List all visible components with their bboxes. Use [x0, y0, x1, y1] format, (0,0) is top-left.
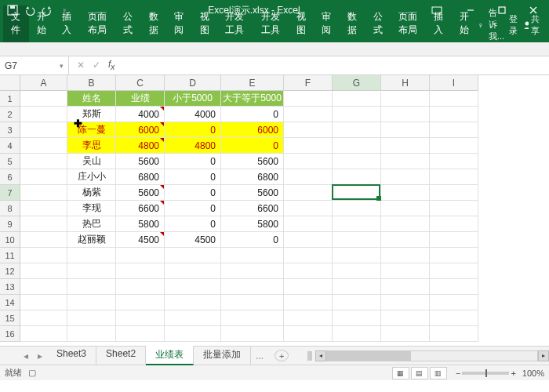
share-button[interactable]: 共享 — [522, 13, 543, 37]
tell-me-icon[interactable]: ♀ — [478, 20, 484, 30]
cell[interactable] — [430, 279, 478, 295]
cell[interactable]: 5800 — [116, 216, 165, 232]
cell[interactable] — [333, 138, 381, 154]
cell[interactable]: 0 — [165, 122, 221, 138]
row-header[interactable]: 9 — [0, 216, 20, 232]
sheet-tab[interactable]: Sheet3 — [47, 346, 96, 365]
cell[interactable] — [430, 216, 478, 232]
select-all-corner[interactable] — [0, 75, 20, 91]
qat-dropdown-icon[interactable]: ▾ — [58, 4, 71, 16]
sheet-nav-next[interactable]: ▸ — [33, 350, 47, 361]
cell[interactable] — [20, 201, 67, 216]
cell[interactable] — [430, 154, 478, 169]
cell[interactable] — [165, 326, 221, 342]
cell[interactable]: 6800 — [221, 169, 284, 185]
cell[interactable] — [381, 154, 430, 169]
comment-indicator-icon[interactable] — [160, 138, 164, 142]
sheet-tab[interactable]: 业绩表 — [146, 346, 194, 365]
cell[interactable] — [284, 91, 333, 107]
column-header[interactable]: H — [381, 75, 430, 91]
cell[interactable] — [20, 185, 67, 201]
comment-indicator-icon[interactable] — [160, 201, 164, 205]
cell[interactable]: 吴山 — [67, 154, 116, 169]
cell[interactable] — [284, 201, 333, 216]
cell[interactable] — [381, 248, 430, 263]
cell[interactable] — [20, 154, 67, 169]
scroll-left-icon[interactable]: ◂ — [315, 350, 326, 361]
cell[interactable] — [165, 248, 221, 263]
cell[interactable]: 5600 — [221, 154, 284, 169]
cell[interactable] — [381, 138, 430, 154]
cell[interactable] — [116, 295, 165, 310]
row-header[interactable]: 2 — [0, 107, 20, 122]
cell[interactable] — [333, 169, 381, 185]
cell[interactable] — [333, 263, 381, 279]
cell[interactable] — [67, 248, 116, 263]
redo-icon[interactable] — [41, 4, 53, 16]
cell[interactable] — [67, 310, 116, 326]
cell[interactable] — [221, 248, 284, 263]
row-header[interactable]: 13 — [0, 279, 20, 295]
cell[interactable]: 0 — [165, 185, 221, 201]
cell[interactable]: 4800 — [116, 138, 165, 154]
cell[interactable]: 0 — [165, 154, 221, 169]
sheet-tab[interactable]: 批量添加 — [194, 346, 251, 365]
cell[interactable]: 陈一蔓 — [67, 122, 116, 138]
comment-indicator-icon[interactable] — [160, 107, 164, 111]
cell[interactable] — [430, 185, 478, 201]
cell[interactable] — [284, 295, 333, 310]
cell[interactable] — [430, 232, 478, 248]
cell[interactable] — [284, 232, 333, 248]
undo-icon[interactable] — [24, 4, 36, 16]
cell[interactable] — [333, 295, 381, 310]
cell[interactable] — [284, 122, 333, 138]
cell[interactable]: 4500 — [116, 232, 165, 248]
cell[interactable] — [430, 326, 478, 342]
row-header[interactable]: 15 — [0, 310, 20, 326]
cancel-formula-icon[interactable]: ✕ — [77, 60, 85, 71]
cell[interactable] — [333, 248, 381, 263]
cell[interactable] — [284, 310, 333, 326]
cell[interactable] — [67, 295, 116, 310]
cell[interactable] — [381, 232, 430, 248]
cell[interactable]: 小于5000 — [165, 91, 221, 107]
cell[interactable] — [430, 295, 478, 310]
worksheet-grid[interactable]: 12345678910111213141516 ABCDEFGHI 姓名业绩小于… — [0, 75, 549, 346]
cell[interactable]: 0 — [221, 232, 284, 248]
cell[interactable] — [333, 216, 381, 232]
fx-icon[interactable]: fx — [108, 59, 115, 71]
cell[interactable] — [430, 107, 478, 122]
cell[interactable] — [284, 185, 333, 201]
cell[interactable] — [284, 216, 333, 232]
cell[interactable]: 6800 — [116, 169, 165, 185]
cell[interactable] — [381, 326, 430, 342]
cell[interactable] — [430, 310, 478, 326]
cell[interactable] — [20, 248, 67, 263]
cell[interactable] — [284, 169, 333, 185]
cell[interactable] — [165, 279, 221, 295]
cell[interactable]: 业绩 — [116, 91, 165, 107]
row-header[interactable]: 8 — [0, 201, 20, 216]
cell[interactable] — [430, 263, 478, 279]
cell[interactable] — [381, 201, 430, 216]
cell[interactable]: 6600 — [116, 201, 165, 216]
cell[interactable] — [381, 263, 430, 279]
cell[interactable] — [67, 326, 116, 342]
cell[interactable]: 5600 — [116, 185, 165, 201]
cell[interactable] — [20, 232, 67, 248]
tabs-more[interactable]: ... — [251, 350, 268, 361]
chevron-down-icon[interactable]: ▾ — [60, 62, 64, 70]
cell[interactable] — [165, 310, 221, 326]
cell[interactable] — [430, 248, 478, 263]
cell[interactable]: 6000 — [221, 122, 284, 138]
zoom-control[interactable]: − + 100% — [456, 368, 544, 378]
cell[interactable]: 4000 — [116, 107, 165, 122]
cell[interactable] — [20, 138, 67, 154]
cell[interactable] — [116, 263, 165, 279]
cell[interactable] — [165, 263, 221, 279]
cell[interactable]: 4800 — [165, 138, 221, 154]
cell[interactable] — [284, 279, 333, 295]
cell[interactable] — [221, 279, 284, 295]
row-header[interactable]: 3 — [0, 122, 20, 138]
macro-record-icon[interactable]: ▢ — [28, 368, 36, 378]
